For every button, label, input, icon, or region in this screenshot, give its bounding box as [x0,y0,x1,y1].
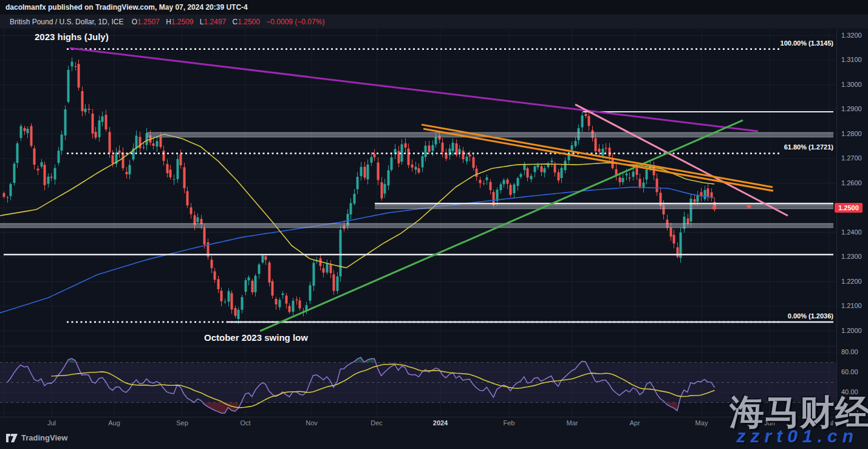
price-tick-label: 1.2700 [841,154,862,162]
time-axis-label-Mar: Mar [567,419,578,427]
tradingview-published-chart: dacolmanfx published on TradingView.com,… [0,0,868,449]
fib-label-618: 61.80% (1.2721) [784,143,833,151]
rsi-tick-label: 60.00 [841,368,858,375]
close-label: C [233,18,238,26]
time-axis-label-2024: 2024 [433,419,448,427]
high-label: H [166,18,171,26]
plot-background [0,29,868,417]
symbol-title[interactable]: British Pound / U.S. Dollar, 1D, ICE [10,18,123,26]
price-tick-label: 1.2000 [841,327,862,334]
price-tick-label: 1.2300 [841,253,862,260]
attribution-bar: dacolmanfx published on TradingView.com,… [0,0,868,15]
watermark-site: zzrt01.cn [737,426,858,447]
annotation-october-low[interactable]: October 2023 swing low [204,332,308,343]
time-axis-label-Nov: Nov [306,419,318,427]
price-tick-label: 1.3000 [841,81,862,88]
tradingview-logo[interactable]: TradingView [6,433,67,442]
time-axis-label-Dec: Dec [371,419,383,427]
last-price-marker [713,207,717,210]
price-tick-label: 1.2900 [841,105,862,112]
time-axis-label-Aug: Aug [108,419,120,427]
time-axis-label-Sep: Sep [176,419,188,427]
price-tick-label: 1.2600 [841,179,862,187]
price-axis[interactable]: 1.32001.31001.30001.29001.28001.27001.26… [836,29,868,429]
fib-label-0: 0.00% (1.2036) [788,312,833,320]
last-price-marker [747,205,751,208]
tradingview-logo-text: TradingView [21,433,67,442]
chart-canvas[interactable] [0,0,868,449]
zone-1.243 [0,224,833,228]
time-axis-label-Feb: Feb [504,419,515,427]
time-axis-label-May: May [695,419,708,427]
open-label: O [132,18,137,26]
price-tick-label: 1.3100 [841,56,862,63]
change-value: −0.0009 (−0.07%) [266,18,324,26]
price-tick-label: 1.3200 [841,32,862,39]
tradingview-logo-icon [6,434,18,442]
attribution-text: dacolmanfx published on TradingView.com,… [5,3,248,12]
price-tick-label: 1.2800 [841,130,862,137]
time-axis-label-Apr: Apr [629,419,640,427]
symbol-bar[interactable]: British Pound / U.S. Dollar, 1D, ICE O1.… [0,15,868,29]
low-value: 1.2497 [204,18,227,26]
rsi-tick-label: 80.00 [841,348,858,355]
open-value: 1.2507 [137,18,160,26]
high-value: 1.2509 [171,18,194,26]
price-tick-label: 1.2100 [841,302,862,309]
annotation-2023-highs[interactable]: 2023 highs (July) [35,32,109,42]
fib-label-100: 100.00% (1.3145) [781,39,833,47]
close-value: 1.2500 [238,18,260,26]
price-tick-label: 1.2200 [841,278,862,285]
low-label: L [200,18,204,26]
zone-1.25 [375,205,833,208]
time-axis-label-Jul: Jul [47,419,56,427]
last-price-tag: 1.2500 [835,203,863,213]
time-axis-label-Oct: Oct [240,419,250,427]
price-tick-label: 1.2400 [841,228,862,236]
